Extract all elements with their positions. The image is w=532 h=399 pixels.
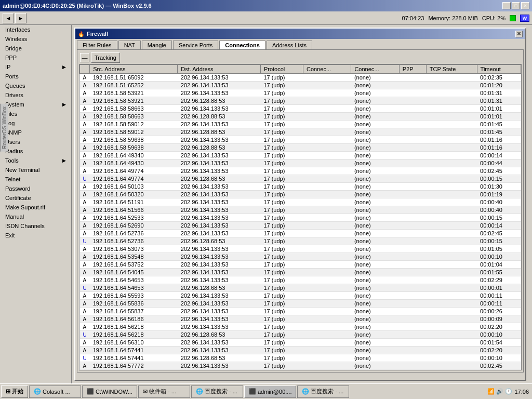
sidebar-item-manual[interactable]: Manual [0,212,71,221]
table-row[interactable]: A192.168.1.58:59638202.96.134.133:5317 (… [80,136,521,144]
tab-filter-rules[interactable]: Filter Rules [77,41,117,49]
table-row[interactable]: A192.168.1.64:56218202.96.134.133:5317 (… [80,323,521,331]
start-button[interactable]: ⊞ 开始 [1,385,28,398]
minus-button[interactable]: — [80,53,89,62]
table-row[interactable]: A192.168.1.64:54045202.96.134.133:5317 (… [80,269,521,276]
table-row[interactable]: A192.168.1.58:58663202.96.134.133:5317 (… [80,105,521,113]
table-row[interactable]: A192.168.1.64:55593202.96.134.133:5317 (… [80,292,521,300]
sidebar-item-new-terminal[interactable]: New Terminal [0,165,71,175]
col-connec2[interactable]: Connec... [351,65,399,74]
table-row[interactable]: A192.168.1.64:52736202.96.134.133:5317 (… [80,230,521,237]
table-row[interactable]: A192.168.1.64:56186202.96.134.133:5317 (… [80,315,521,323]
table-row[interactable]: U192.168.1.64:57441202.96.128.68:5317 (u… [80,354,521,362]
sidebar-item-isdn-channels[interactable]: ISDN Channels [0,221,71,231]
table-row[interactable]: A192.168.1.64:51566202.96.134.133:5317 (… [80,206,521,214]
table-row[interactable]: A192.168.1.58:53921202.96.134.133:5317 (… [80,89,521,97]
forward-icon: ► [18,15,24,21]
tab-nat[interactable]: NAT [118,41,141,49]
table-row[interactable]: A192.168.1.58:53921202.96.128.88:5317 (u… [80,97,521,105]
sidebar-item-certificate[interactable]: Certificate [0,193,71,203]
table-row[interactable]: A192.168.1.64:57772202.96.134.133:5317 (… [80,362,521,370]
table-row[interactable]: A192.168.1.58:59012202.96.128.88:5317 (u… [80,128,521,136]
table-row[interactable]: A192.168.1.64:53752202.96.134.133:5317 (… [80,261,521,269]
sidebar-item-ppp[interactable]: PPP [0,53,71,62]
taskbar-label: 百度搜索 - ... [205,388,237,395]
table-row[interactable]: A192.168.1.58:59012202.96.134.133:5317 (… [80,121,521,128]
table-row[interactable]: A192.168.1.64:55837202.96.134.133:5317 (… [80,308,521,315]
taskbar-item-cmd[interactable]: ⬛ C:\WINDOW... [82,385,137,398]
table-row[interactable]: A192.168.1.64:54653202.96.134.133:5317 (… [80,276,521,284]
table-row[interactable]: U192.168.1.64:56218202.96.128.68:5317 (u… [80,331,521,339]
maximize-button[interactable]: □ [512,2,520,9]
back-button[interactable]: ◄ [3,13,14,23]
table-row[interactable]: A192.168.1.64:49340202.96.134.133:5317 (… [80,152,521,159]
col-flag[interactable] [80,65,90,74]
sidebar-item-tools[interactable]: Tools ▶ [0,156,71,165]
table-row[interactable]: A192.168.1.64:49774202.96.134.133:5317 (… [80,167,521,175]
sidebar-item-users[interactable]: Users [0,137,71,147]
firewall-window: 🔥 Firewall ✕ Filter Rules NAT Mangle Ser… [74,28,526,381]
sidebar-item-system[interactable]: System ▶ [0,100,71,109]
taskbar-item-admin[interactable]: ⬛ admin@00:... [244,385,297,398]
sidebar-item-wireless[interactable]: Wireless [0,34,71,44]
sidebar-item-snmp[interactable]: SNMP [0,128,71,137]
firewall-close-button[interactable]: ✕ [515,31,523,37]
table-row[interactable]: A192.168.1.64:56310202.96.134.133:5317 (… [80,339,521,347]
table-row[interactable]: A192.168.1.51:65092202.96.134.133:5317 (… [80,74,521,82]
sidebar-item-ip[interactable]: IP ▶ [0,62,71,72]
table-row[interactable]: A192.168.1.58:58663202.96.128.88:5317 (u… [80,113,521,121]
close-button[interactable]: ✕ [521,2,529,9]
table-row[interactable]: A192.168.1.64:57441202.96.134.133:5317 (… [80,347,521,354]
sidebar-item-radius[interactable]: Radius [0,147,71,156]
tab-address-lists[interactable]: Address Lists [267,41,312,49]
sidebar-item-password[interactable]: Password [0,184,71,193]
table-row[interactable]: A192.168.1.64:50103202.96.134.133:5317 (… [80,183,521,191]
tab-service-ports[interactable]: Service Ports [173,41,218,49]
tab-connections[interactable]: Connections [219,41,265,49]
table-row[interactable]: A192.168.1.64:52533202.96.134.133:5317 (… [80,214,521,222]
sidebar-item-label: Bridge [5,45,22,51]
col-dst-address[interactable]: Dst. Address [178,65,261,74]
table-row[interactable]: A192.168.1.51:65252202.96.134.133:5317 (… [80,82,521,89]
taskbar-item-inbox[interactable]: ✉ 收件箱 - ... [138,385,190,398]
sidebar-item-make-supout[interactable]: Make Supout.rif [0,203,71,212]
table-row[interactable]: U192.168.1.64:54653202.96.128.68:5317 (u… [80,284,521,292]
sidebar-item-telnet[interactable]: Telnet [0,175,71,184]
sidebar-item-label: Interfaces [5,26,30,33]
col-connec1[interactable]: Connec... [303,65,351,74]
sidebar-item-interfaces[interactable]: Interfaces [0,25,71,34]
connections-table-container[interactable]: Src. Address Dst. Address Protocol Conne… [79,64,522,370]
col-timeout[interactable]: Timeout [477,65,521,74]
minimize-button[interactable]: _ [502,2,511,9]
taskbar-icon: ⬛ [249,388,256,395]
col-tcp-state[interactable]: TCP State [426,65,477,74]
taskbar-item-baidu2[interactable]: 🌐 百度搜索 - ... [297,385,349,398]
table-row[interactable]: A192.168.1.64:55836202.96.134.133:5317 (… [80,300,521,308]
tab-mangle[interactable]: Mangle [142,41,172,49]
sidebar-item-queues[interactable]: Queues [0,81,71,90]
table-row[interactable]: U192.168.1.64:49774202.96.128.68:5317 (u… [80,175,521,183]
taskbar-label: admin@00:... [258,389,292,395]
table-row[interactable]: A192.168.1.64:53073202.96.134.133:5317 (… [80,245,521,253]
sidebar-item-ports[interactable]: Ports [0,72,71,81]
forward-button[interactable]: ► [15,13,26,23]
table-row[interactable]: A192.168.1.64:51191202.96.134.133:5317 (… [80,198,521,206]
table-row[interactable]: U192.168.1.64:52736202.96.128.68:5317 (u… [80,237,521,245]
col-p2p[interactable]: P2P [399,65,426,74]
table-row[interactable]: A192.168.1.58:59638202.96.128.88:5317 (u… [80,144,521,152]
table-row[interactable]: A192.168.1.64:50320202.96.134.133:5317 (… [80,191,521,198]
taskbar-item-baidu1[interactable]: 🌐 百度搜索 - ... [191,385,243,398]
sidebar-item-bridge[interactable]: Bridge [0,44,71,53]
tracking-button[interactable]: Tracking [91,52,120,63]
table-row[interactable]: A192.168.1.64:49430202.96.134.133:5317 (… [80,159,521,167]
table-row[interactable]: A192.168.1.64:53548202.96.134.133:5317 (… [80,253,521,261]
col-src-address[interactable]: Src. Address [90,65,178,74]
col-protocol[interactable]: Protocol [260,65,303,74]
table-row[interactable]: A192.168.1.64:52690202.96.134.133:5317 (… [80,222,521,230]
taskbar: ⊞ 开始 🌐 Colasoft ... ⬛ C:\WINDOW... ✉ 收件箱… [0,383,532,399]
taskbar-item-colasoft[interactable]: 🌐 Colasoft ... [29,385,81,398]
sidebar-item-log[interactable]: Log [0,118,71,128]
sidebar-item-files[interactable]: Files [0,109,71,118]
sidebar-item-exit[interactable]: Exit [0,231,71,240]
sidebar-item-drivers[interactable]: Drivers [0,90,71,100]
